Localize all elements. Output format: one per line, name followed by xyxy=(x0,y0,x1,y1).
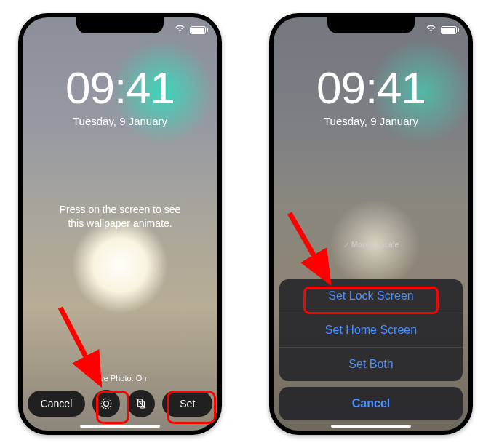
status-bar xyxy=(426,23,457,37)
home-indicator[interactable] xyxy=(331,425,411,428)
clock-time: 09:41 xyxy=(274,65,468,111)
move-and-scale-label: ⤢ Move & Scale xyxy=(274,241,468,249)
battery-icon xyxy=(190,26,206,34)
clock-date: Tuesday, 9 January xyxy=(23,115,217,127)
screen-left: 09:41 Tuesday, 9 January Press on the sc… xyxy=(23,17,217,431)
status-bar xyxy=(175,23,206,37)
screen-right: 09:41 Tuesday, 9 January ⤢ Move & Scale … xyxy=(274,17,468,431)
home-indicator[interactable] xyxy=(80,425,160,428)
wifi-icon xyxy=(426,23,436,37)
svg-point-2 xyxy=(102,399,112,409)
lock-clock: 09:41 Tuesday, 9 January xyxy=(23,65,217,127)
cancel-button[interactable]: Cancel xyxy=(28,391,86,417)
action-sheet-group: Set Lock Screen Set Home Screen Set Both xyxy=(279,279,463,381)
set-both-option[interactable]: Set Both xyxy=(279,348,463,381)
clock-date: Tuesday, 9 January xyxy=(274,115,468,127)
animate-instruction: Press on the screen to see this wallpape… xyxy=(43,203,197,231)
iphone-mockup-right: 09:41 Tuesday, 9 January ⤢ Move & Scale … xyxy=(269,13,473,435)
wifi-icon xyxy=(175,23,185,37)
lock-clock: 09:41 Tuesday, 9 January xyxy=(274,65,468,127)
svg-point-6 xyxy=(431,31,431,32)
set-wallpaper-action-sheet: Set Lock Screen Set Home Screen Set Both… xyxy=(279,279,463,420)
battery-icon xyxy=(441,26,457,34)
set-lock-screen-option[interactable]: Set Lock Screen xyxy=(279,279,463,313)
notch xyxy=(327,17,415,33)
iphone-mockup-left: 09:41 Tuesday, 9 January Press on the sc… xyxy=(18,13,222,435)
notch xyxy=(76,17,164,33)
clock-time: 09:41 xyxy=(23,65,217,111)
set-home-screen-option[interactable]: Set Home Screen xyxy=(279,313,463,348)
svg-point-0 xyxy=(180,31,180,32)
action-sheet-cancel[interactable]: Cancel xyxy=(279,387,463,420)
set-button[interactable]: Set xyxy=(162,391,212,417)
svg-point-1 xyxy=(104,401,109,407)
live-photo-status: Live Photo: On xyxy=(23,374,217,383)
wallpaper-toolbar: Cancel Set xyxy=(23,390,217,417)
live-photo-toggle[interactable] xyxy=(92,390,120,417)
perspective-zoom-toggle[interactable] xyxy=(127,390,155,417)
